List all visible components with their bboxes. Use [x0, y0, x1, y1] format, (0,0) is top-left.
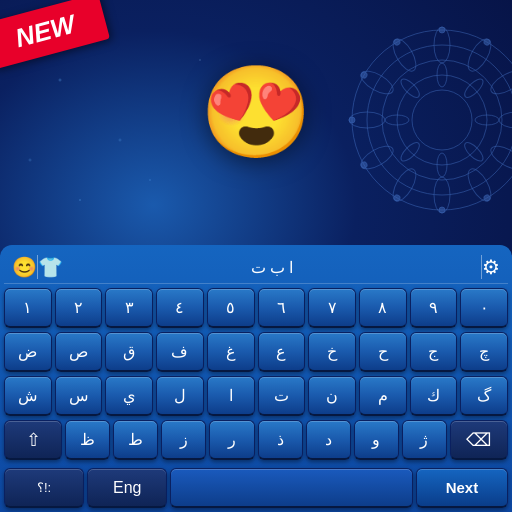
symbol-key[interactable]: ؟!:	[4, 468, 84, 508]
key-9[interactable]: ٩	[410, 288, 458, 328]
key-row-arabic2: ش س ي ل ا ت ن م ك گ	[4, 376, 508, 416]
key-ghain[interactable]: غ	[207, 332, 255, 372]
svg-point-34	[349, 117, 355, 123]
mandala-decoration	[342, 20, 512, 220]
space-key[interactable]	[170, 468, 413, 508]
key-alef[interactable]: ا	[207, 376, 255, 416]
key-nun[interactable]: ن	[308, 376, 356, 416]
key-0[interactable]: ٠	[460, 288, 508, 328]
key-kha[interactable]: خ	[308, 332, 356, 372]
svg-point-4	[412, 90, 472, 150]
key-ha[interactable]: ح	[359, 332, 407, 372]
key-sad[interactable]: ص	[55, 332, 103, 372]
key-ain[interactable]: ع	[258, 332, 306, 372]
shift-key[interactable]: ⇧	[4, 420, 62, 460]
key-4[interactable]: ٤	[156, 288, 204, 328]
key-jeem[interactable]: ج	[410, 332, 458, 372]
key-qaf[interactable]: ق	[105, 332, 153, 372]
key-dal[interactable]: د	[306, 420, 351, 460]
hero-emoji: 😍	[200, 60, 312, 165]
svg-point-25	[439, 27, 445, 33]
svg-point-31	[439, 207, 445, 213]
keyboard-toolbar: 😊 👕 ا ب ت ⚙	[4, 251, 508, 284]
key-zhe[interactable]: ژ	[402, 420, 447, 460]
key-row-arabic1: ض ص ق ف غ ع خ ح ج چ	[4, 332, 508, 372]
next-key[interactable]: Next	[416, 468, 508, 508]
lang-key[interactable]: Eng	[87, 468, 167, 508]
key-dhal[interactable]: ض	[4, 332, 52, 372]
key-ra[interactable]: ر	[209, 420, 254, 460]
key-fa[interactable]: ف	[156, 332, 204, 372]
key-row-arabic3: ⇧ ظ ط ز ر ذ د و ژ ⌫	[4, 420, 508, 460]
svg-point-2	[382, 60, 502, 180]
key-waw[interactable]: و	[354, 420, 399, 460]
key-rows: ١ ٢ ٣ ٤ ٥ ٦ ٧ ٨ ٩ ٠ ض ص ق ف غ ع خ ح ج چ …	[4, 288, 508, 508]
key-che[interactable]: چ	[460, 332, 508, 372]
arabic-toolbar-text: ا ب ت	[251, 258, 294, 277]
key-5[interactable]: ٥	[207, 288, 255, 328]
new-badge: NEW	[0, 0, 120, 80]
key-1[interactable]: ١	[4, 288, 52, 328]
key-shin[interactable]: ش	[4, 376, 52, 416]
svg-point-3	[397, 75, 487, 165]
key-7[interactable]: ٧	[308, 288, 356, 328]
key-6[interactable]: ٦	[258, 288, 306, 328]
key-row-bottom: ؟!: Eng Next	[4, 468, 508, 508]
key-ta[interactable]: ت	[258, 376, 306, 416]
keyboard: 😊 👕 ا ب ت ⚙ ١ ٢ ٣ ٤ ٥ ٦ ٧ ٨ ٩ ٠ ض ص ق ف …	[0, 245, 512, 512]
key-kaf[interactable]: ك	[410, 376, 458, 416]
key-ya[interactable]: ي	[105, 376, 153, 416]
key-3[interactable]: ٣	[105, 288, 153, 328]
key-meem[interactable]: م	[359, 376, 407, 416]
settings-toolbar-icon[interactable]: ⚙	[482, 255, 500, 279]
svg-point-8	[499, 112, 512, 128]
key-row-numbers: ١ ٢ ٣ ٤ ٥ ٦ ٧ ٨ ٩ ٠	[4, 288, 508, 328]
svg-point-1	[367, 45, 512, 195]
key-seen[interactable]: س	[55, 376, 103, 416]
key-gaf[interactable]: گ	[460, 376, 508, 416]
key-2[interactable]: ٢	[55, 288, 103, 328]
key-tta[interactable]: ط	[113, 420, 158, 460]
key-dhal2[interactable]: ذ	[258, 420, 303, 460]
key-zha[interactable]: ظ	[65, 420, 110, 460]
key-zayn[interactable]: ز	[161, 420, 206, 460]
key-8[interactable]: ٨	[359, 288, 407, 328]
key-lam[interactable]: ل	[156, 376, 204, 416]
backspace-key[interactable]: ⌫	[450, 420, 508, 460]
emoji-toolbar-icon[interactable]: 😊	[12, 255, 37, 279]
shirt-toolbar-icon[interactable]: 👕	[38, 255, 63, 279]
